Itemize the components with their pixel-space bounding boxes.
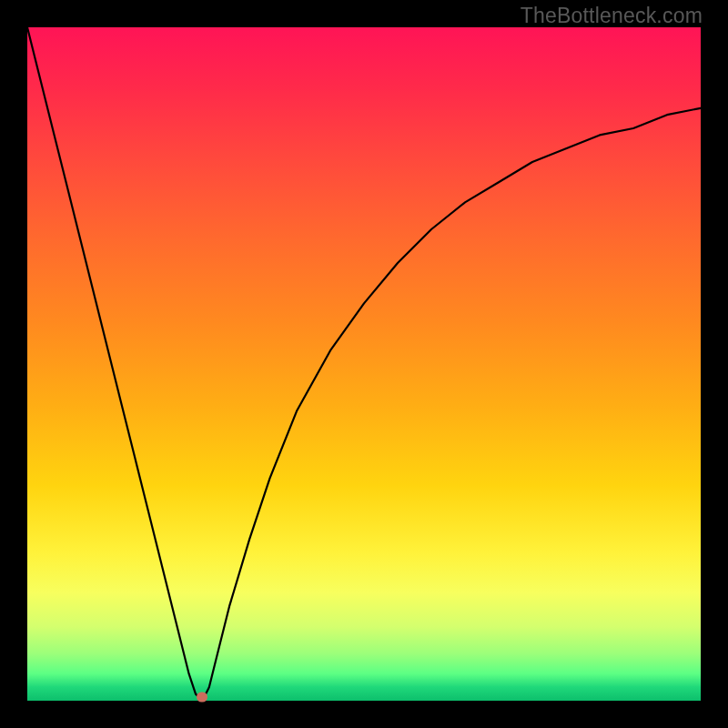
chart-container: TheBottleneck.com — [0, 0, 728, 728]
watermark-text: TheBottleneck.com — [521, 4, 703, 28]
minimum-marker — [197, 693, 207, 703]
plot-area — [27, 27, 701, 701]
bottleneck-curve — [27, 27, 701, 701]
